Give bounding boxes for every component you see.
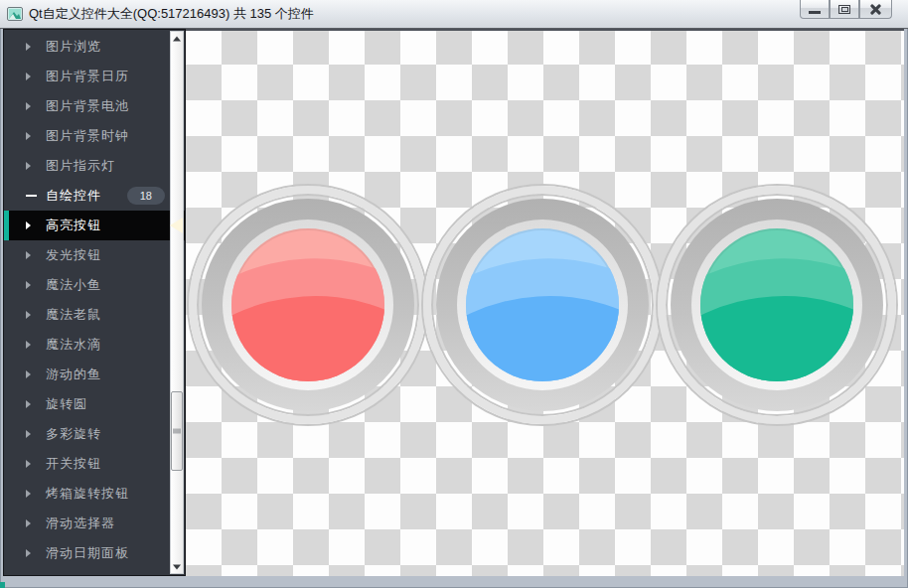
sidebar-item[interactable]: 魔法老鼠 [4, 300, 185, 330]
sidebar-item[interactable]: 开关按钮 [4, 449, 185, 479]
expand-arrow-icon [26, 221, 38, 229]
expand-arrow-icon [26, 162, 38, 170]
sidebar-item[interactable]: 图片背景日历 [4, 62, 185, 91]
restore-button[interactable] [830, 0, 859, 19]
minimize-button[interactable] [800, 0, 830, 19]
button-glossy-face [231, 228, 384, 381]
sidebar-item-label: 旋转圆 [46, 395, 87, 413]
expand-arrow-icon [26, 195, 38, 197]
sidebar-item[interactable]: 图片背景时钟 [4, 121, 185, 151]
window-title: Qt自定义控件大全(QQ:517216493) 共 135 个控件 [29, 5, 314, 23]
expand-arrow-icon [26, 73, 38, 80]
sidebar-item[interactable]: 高亮按钮 [4, 211, 185, 240]
sidebar-item-label: 烤箱旋转按钮 [46, 485, 129, 503]
sidebar-item-label: 多彩旋转 [46, 425, 101, 443]
sidebar-item-label: 游动的鱼 [46, 366, 101, 383]
button-glossy-face [700, 228, 853, 381]
sidebar-scrollbar[interactable] [170, 31, 184, 574]
button-outer-ring [202, 199, 414, 411]
minimize-icon [809, 11, 821, 14]
expand-arrow-icon [26, 490, 38, 498]
sidebar-item-label: 发光按钮 [46, 246, 101, 264]
expand-arrow-icon [26, 430, 38, 438]
sidebar-item-label: 高亮按钮 [46, 217, 101, 234]
sidebar: 图片浏览 图片背景日历 图片背景电池 图片背景时钟 图片指示灯 自绘控件 18 … [3, 29, 186, 576]
corner-accent [0, 582, 5, 588]
sidebar-item[interactable]: 图片指示灯 [4, 151, 185, 181]
sidebar-item-label: 图片指示灯 [46, 157, 115, 175]
expand-arrow-icon [26, 251, 38, 259]
sidebar-item[interactable]: 多彩旋转 [4, 419, 185, 449]
expand-arrow-icon [26, 341, 38, 349]
selected-pointer-icon [170, 218, 183, 233]
sidebar-item-label: 自绘控件 [46, 187, 101, 205]
window-content: 图片浏览 图片背景日历 图片背景电池 图片背景时钟 图片指示灯 自绘控件 18 … [3, 29, 904, 576]
expand-arrow-icon [26, 102, 38, 110]
sidebar-item-label: 滑动日期面板 [46, 544, 129, 562]
sidebar-item-label: 图片浏览 [46, 38, 101, 56]
expand-arrow-icon [26, 370, 38, 378]
scrollbar-thumb[interactable] [171, 391, 183, 471]
sidebar-item[interactable]: 魔法水滴 [4, 330, 185, 360]
sidebar-item[interactable]: 烤箱旋转按钮 [4, 479, 185, 509]
button-glossy-face [466, 228, 619, 381]
sidebar-item-label: 图片背景时钟 [46, 127, 129, 145]
expand-arrow-icon [26, 281, 38, 289]
window-controls [800, 0, 892, 19]
expand-arrow-icon [26, 43, 38, 51]
scrollbar-down-button[interactable] [171, 560, 183, 573]
title-bar: Qt自定义控件大全(QQ:517216493) 共 135 个控件 [0, 0, 908, 29]
button-outer-ring [436, 199, 649, 411]
light-button-green[interactable] [658, 186, 896, 424]
preview-canvas [186, 29, 904, 576]
close-button[interactable] [859, 0, 892, 19]
expand-arrow-icon [26, 400, 38, 408]
restore-icon [838, 5, 850, 14]
button-outer-ring [671, 199, 883, 411]
sidebar-item[interactable]: 自绘控件 18 [4, 181, 185, 211]
expand-arrow-icon [26, 311, 38, 319]
sidebar-item-label: 开关按钮 [46, 455, 101, 473]
light-button-red[interactable] [189, 186, 427, 424]
expand-arrow-icon [26, 519, 38, 527]
close-icon [869, 3, 882, 16]
sidebar-item-label: 魔法老鼠 [46, 306, 101, 324]
expand-arrow-icon [26, 549, 38, 557]
sidebar-item-label: 魔法水滴 [46, 336, 101, 354]
scrollbar-up-button[interactable] [171, 32, 183, 45]
item-count-badge: 18 [127, 187, 165, 205]
sidebar-item[interactable]: 图片浏览 [4, 32, 185, 62]
sidebar-item[interactable]: 图片背景电池 [4, 91, 185, 121]
expand-arrow-icon [26, 460, 38, 468]
sidebar-item[interactable]: 滑动日期面板 [4, 538, 185, 568]
sidebar-menu: 图片浏览 图片背景日历 图片背景电池 图片背景时钟 图片指示灯 自绘控件 18 … [4, 32, 185, 568]
app-logo-icon [7, 6, 23, 22]
sidebar-item[interactable]: 魔法小鱼 [4, 270, 185, 300]
scrollbar-grip-icon [173, 429, 181, 434]
light-button-blue[interactable] [423, 186, 662, 424]
sidebar-item[interactable]: 滑动选择器 [4, 509, 185, 538]
expand-arrow-icon [26, 132, 38, 140]
sidebar-item-label: 图片背景电池 [46, 97, 129, 115]
app-window: { "window": { "title": "Qt自定义控件大全(QQ:517… [0, 0, 908, 588]
sidebar-item-label: 滑动选择器 [46, 514, 115, 532]
sidebar-item[interactable]: 发光按钮 [4, 240, 185, 270]
sidebar-item[interactable]: 游动的鱼 [4, 360, 185, 389]
sidebar-item-label: 魔法小鱼 [46, 276, 101, 294]
sidebar-item-label: 图片背景日历 [46, 68, 129, 85]
sidebar-item[interactable]: 旋转圆 [4, 389, 185, 419]
